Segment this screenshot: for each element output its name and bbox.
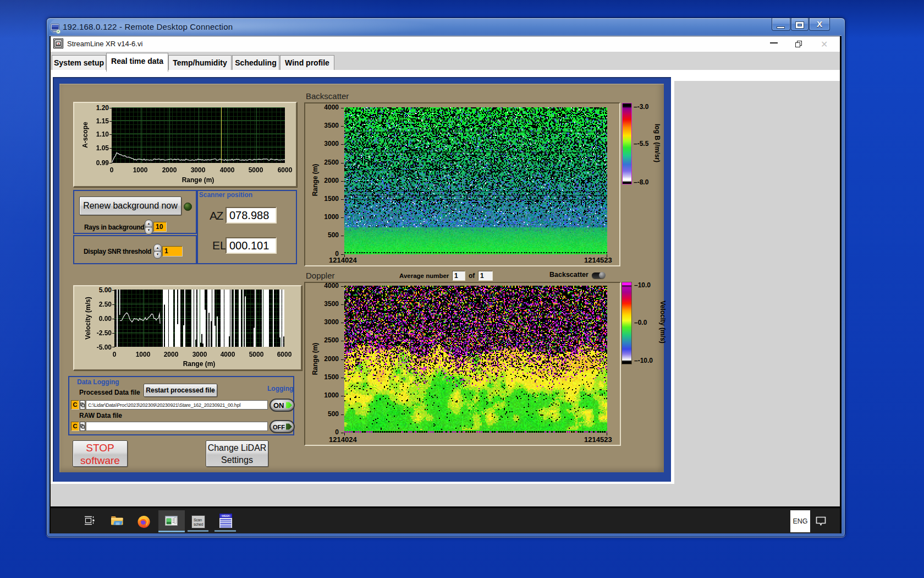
svg-text:WEEK: WEEK	[222, 514, 230, 517]
